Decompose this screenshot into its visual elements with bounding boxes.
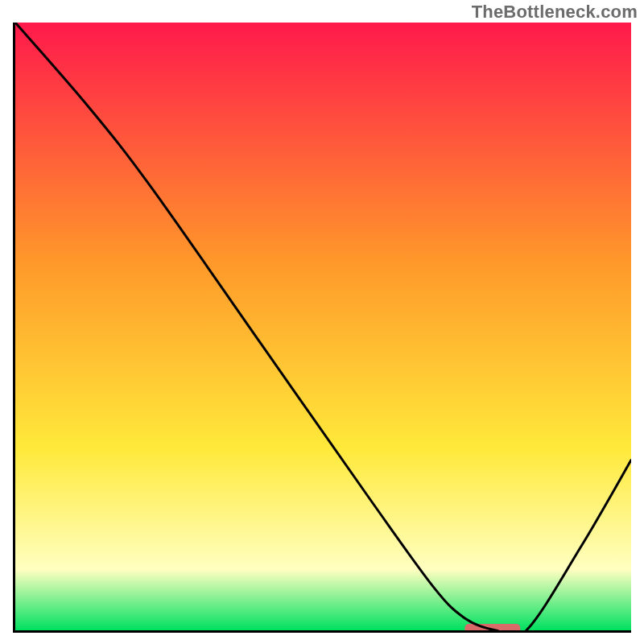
watermark-text: TheBottleneck.com [472,2,638,23]
plot-svg [15,23,631,630]
gradient-background [15,23,631,630]
chart-canvas: TheBottleneck.com [0,0,644,644]
